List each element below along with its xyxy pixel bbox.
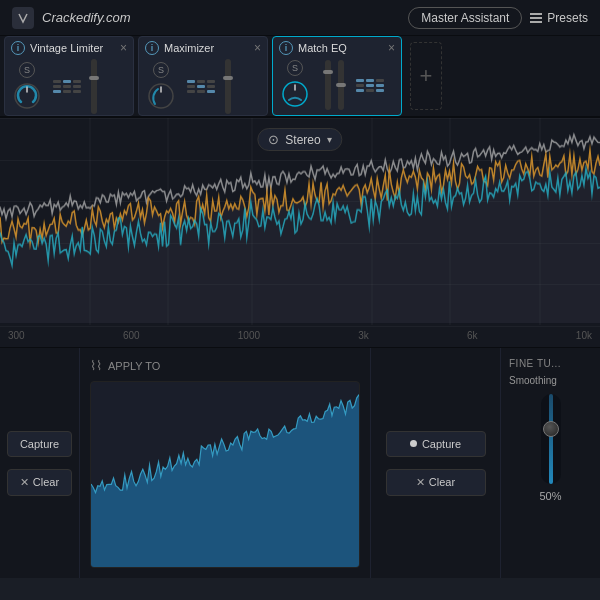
s-badge: S [19, 62, 35, 78]
plugin-fader-handle [89, 76, 99, 80]
plugin-bars-maximizer [187, 80, 215, 93]
capture-button-right[interactable]: Capture [386, 431, 486, 457]
freq-label-1000: 1000 [238, 330, 260, 341]
freq-label-6k: 6k [467, 330, 478, 341]
fine-tuning-panel: FINE TU... Smoothing 50% [500, 348, 600, 578]
chevron-down-icon: ▾ [327, 134, 332, 145]
plugin-controls-match-eq: S [279, 59, 395, 111]
presets-label: Presets [547, 11, 588, 25]
capture-button-left[interactable]: Capture [7, 431, 72, 457]
mini-canvas [91, 382, 359, 567]
match-eq-knob[interactable] [279, 78, 311, 110]
maximizer-name: Maximizer [164, 42, 214, 54]
plugin-bar-line-m3 [187, 90, 215, 93]
match-eq-faders [321, 60, 344, 110]
plugin-fader-handle-maximizer [223, 76, 233, 80]
freq-labels: 300 600 1000 3k 6k 10k [0, 330, 600, 341]
plugin-bar: i Vintage Limiter × S [0, 36, 600, 118]
info-icon: i [11, 41, 25, 55]
middle-panel: ⌇⌇ APPLY TO [80, 348, 370, 578]
stereo-label: Stereo [285, 133, 320, 147]
clear-label-right: Clear [429, 476, 455, 488]
slider-track [549, 394, 553, 484]
plugin-slot-vintage-limiter[interactable]: i Vintage Limiter × S [4, 36, 134, 116]
maximizer-knob[interactable] [145, 80, 177, 112]
presets-button[interactable]: Presets [530, 11, 588, 25]
smoothing-value: 50% [539, 490, 561, 502]
s-badge-maximizer: S [153, 62, 169, 78]
master-assistant-button[interactable]: Master Assistant [408, 7, 522, 29]
right-capture-panel: Capture ✕ Clear [370, 348, 500, 578]
plugin-slot-header-match-eq: i Match EQ × [279, 41, 395, 55]
slider-thumb [543, 421, 559, 437]
apply-to-label: APPLY TO [108, 360, 160, 372]
clear-button-left[interactable]: ✕ Clear [7, 469, 72, 496]
eq-canvas [0, 118, 600, 347]
plugin-knob-area: S [11, 62, 43, 112]
master-assistant-label: Master Assistant [421, 11, 509, 25]
eq-area: ⊙ Stereo ▾ 300 600 1000 3k 6k 10k [0, 118, 600, 348]
info-icon-match-eq: i [279, 41, 293, 55]
svg-rect-0 [530, 13, 542, 15]
add-plugin-icon: + [420, 63, 433, 89]
close-icon[interactable]: × [120, 41, 127, 55]
plugin-bars-match-eq [356, 79, 384, 92]
dot-indicator [410, 440, 417, 447]
apply-to-mini-chart [90, 381, 360, 568]
close-icon-maximizer[interactable]: × [254, 41, 261, 55]
plugin-slot-title-match-eq: i Match EQ [279, 41, 347, 55]
plugin-slot-title-maximizer: i Maximizer [145, 41, 214, 55]
brand-name: Crackedify.com [42, 10, 131, 25]
plugin-controls: S [11, 59, 127, 114]
x-icon-right: ✕ [416, 476, 425, 489]
freq-label-300: 300 [8, 330, 25, 341]
stereo-selector[interactable]: ⊙ Stereo ▾ [257, 128, 342, 151]
plugin-slot-match-eq[interactable]: i Match EQ × S [272, 36, 402, 116]
plugin-bar-line-e1 [356, 79, 384, 82]
clear-label-left: Clear [33, 476, 59, 488]
apply-to-header: ⌇⌇ APPLY TO [90, 358, 360, 373]
top-bar-right: Master Assistant Presets [408, 7, 588, 29]
plugin-bar-line-e2 [356, 84, 384, 87]
plugin-slot-header-maximizer: i Maximizer × [145, 41, 261, 55]
plugin-slot-header: i Vintage Limiter × [11, 41, 127, 55]
plugin-fader-maximizer[interactable] [225, 59, 231, 114]
plugin-bar-line-m1 [187, 80, 215, 83]
plugin-bar-line-2 [53, 85, 81, 88]
plugin-slot-maximizer[interactable]: i Maximizer × S [138, 36, 268, 116]
plugin-fader[interactable] [91, 59, 97, 114]
plugin-knob-area-maximizer: S [145, 62, 177, 112]
plugin-controls-maximizer: S [145, 59, 261, 114]
plugin-bar-line [53, 80, 81, 83]
top-bar: Crackedify.com Master Assistant Presets [0, 0, 600, 36]
freq-label-10k: 10k [576, 330, 592, 341]
capture-label-left: Capture [20, 438, 59, 450]
x-icon-left: ✕ [20, 476, 29, 489]
info-icon-maximizer: i [145, 41, 159, 55]
plugin-bar-line-m2 [187, 85, 215, 88]
plugin-slot-title: i Vintage Limiter [11, 41, 103, 55]
smoothing-slider[interactable] [541, 394, 561, 484]
presets-icon [530, 13, 542, 23]
capture-label-right: Capture [422, 438, 461, 450]
match-eq-name: Match EQ [298, 42, 347, 54]
vintage-limiter-knob[interactable] [11, 80, 43, 112]
svg-rect-2 [530, 21, 542, 23]
freq-label-600: 600 [123, 330, 140, 341]
logo-icon [12, 7, 34, 29]
plugin-fader-match-eq-2[interactable] [338, 60, 344, 110]
add-plugin-button[interactable]: + [410, 42, 442, 110]
bottom-section: Capture ✕ Clear ⌇⌇ APPLY TO Capture ✕ Cl… [0, 348, 600, 578]
clear-button-right[interactable]: ✕ Clear [386, 469, 486, 496]
plugin-knob-area-match-eq: S [279, 60, 311, 110]
plugin-bar-line-e3 [356, 89, 384, 92]
close-icon-match-eq[interactable]: × [388, 41, 395, 55]
apply-to-icon: ⌇⌇ [90, 358, 102, 373]
top-bar-left: Crackedify.com [12, 7, 131, 29]
stereo-icon: ⊙ [268, 132, 279, 147]
plugin-fader-match-eq-1[interactable] [325, 60, 331, 110]
left-panel: Capture ✕ Clear [0, 348, 80, 578]
plugin-bars [53, 80, 81, 93]
fine-tuning-header: FINE TU... [509, 358, 561, 369]
smoothing-label: Smoothing [509, 375, 557, 386]
